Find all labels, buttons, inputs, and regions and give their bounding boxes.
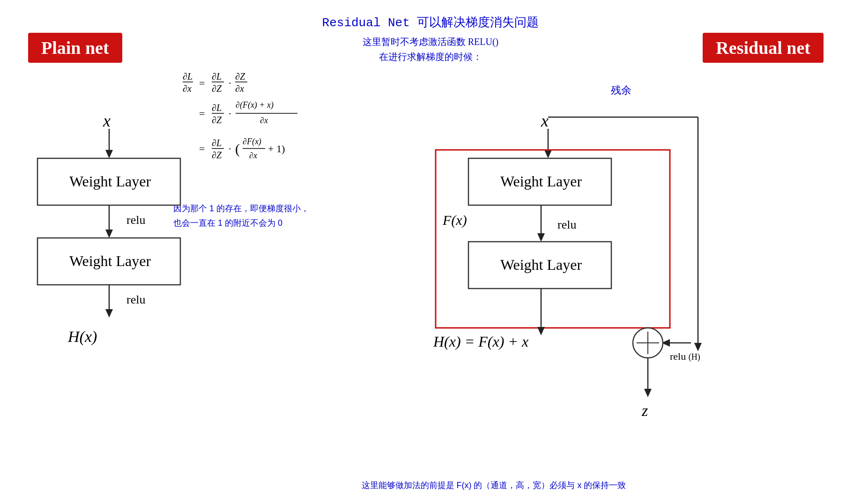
svg-marker-45 (544, 150, 552, 158)
svg-text:relu (H): relu (H) (670, 350, 700, 362)
svg-text:=: = (199, 77, 205, 89)
svg-text:·: · (229, 108, 231, 119)
svg-text:Weight Layer: Weight Layer (69, 173, 151, 190)
svg-text:∂Z: ∂Z (235, 71, 245, 82)
svg-text:relu: relu (126, 213, 145, 227)
svg-text:∂(F(x) + x): ∂(F(x) + x) (236, 100, 274, 110)
svg-text:∂x: ∂x (235, 83, 244, 94)
svg-text:∂F(x): ∂F(x) (243, 137, 261, 147)
svg-marker-50 (537, 233, 545, 242)
svg-text:H(x): H(x) (67, 328, 97, 346)
svg-marker-56 (537, 327, 545, 335)
svg-text:Weight Layer: Weight Layer (69, 252, 151, 269)
svg-text:F(x): F(x) (442, 212, 467, 228)
plain-net-diagram: x Weight Layer relu Weight Layer relu H(… (23, 103, 220, 431)
svg-text:H(x) = F(x) + x: H(x) = F(x) + x (433, 333, 528, 350)
svg-marker-40 (105, 309, 113, 318)
svg-text:∂x: ∂x (260, 116, 268, 125)
svg-marker-68 (644, 389, 652, 397)
svg-text:Weight Layer: Weight Layer (500, 173, 582, 190)
residual-net-diagram: x Weight Layer relu Weight Layer F(x) (408, 103, 735, 440)
svg-text:z: z (641, 402, 648, 419)
svg-text:x: x (103, 111, 111, 130)
svg-text:relu: relu (557, 218, 576, 231)
svg-text:∂x: ∂x (183, 83, 192, 94)
svg-text:(: ( (235, 141, 240, 157)
residual-sublabel: 残余 (611, 83, 631, 97)
svg-text:∂x: ∂x (249, 151, 257, 160)
svg-text:·: · (229, 143, 231, 155)
svg-text:x: x (541, 111, 549, 130)
svg-text:Weight Layer: Weight Layer (500, 256, 582, 273)
svg-marker-35 (105, 230, 113, 238)
page: Residual Net 可以解决梯度消失问题 这里暂时不考虑激活函数 RELU… (0, 0, 861, 504)
residual-net-label: Residual net (703, 33, 824, 63)
svg-marker-31 (105, 150, 113, 158)
svg-text:∂L: ∂L (212, 71, 222, 82)
svg-text:∂Z: ∂Z (212, 83, 222, 94)
title-main: Residual Net 可以解决梯度消失问题 (9, 14, 852, 30)
residual-net-badge: Residual net (703, 33, 824, 63)
plain-net-label: Plain net (28, 33, 122, 63)
svg-text:+ 1): + 1) (268, 143, 285, 155)
bottom-annotation: 这里能够做加法的前提是 F(x) 的（通道，高，宽）必须与 x 的保持一致 (164, 480, 824, 491)
svg-text:·: · (229, 77, 231, 89)
svg-text:∂L: ∂L (183, 71, 193, 82)
svg-marker-59 (694, 343, 702, 351)
svg-text:relu: relu (126, 293, 145, 306)
plain-net-badge: Plain net (28, 33, 122, 63)
